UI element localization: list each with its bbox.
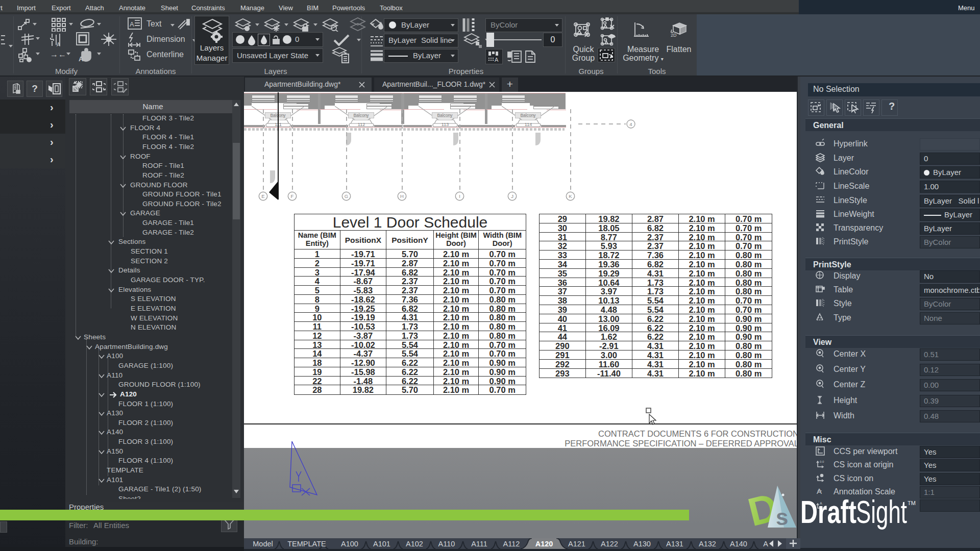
- svg-text:A132: A132: [699, 540, 716, 548]
- svg-text:A131: A131: [666, 540, 683, 548]
- svg-text:I: I: [459, 193, 460, 199]
- svg-text:F: F: [291, 193, 294, 199]
- svg-text:Sight: Sight: [856, 494, 907, 530]
- svg-text:G: G: [345, 193, 348, 199]
- svg-text:A100: A100: [341, 540, 358, 548]
- svg-text:A: A: [79, 55, 84, 62]
- svg-text:A: A: [763, 540, 768, 548]
- svg-text:A122: A122: [601, 540, 618, 548]
- svg-text:2D: 2D: [671, 33, 677, 38]
- svg-text:TM: TM: [908, 500, 916, 506]
- svg-text:A130: A130: [633, 540, 651, 548]
- svg-text:A101: A101: [373, 540, 390, 548]
- svg-text:A110: A110: [438, 540, 455, 548]
- svg-text:0.0: 0.0: [820, 460, 824, 463]
- svg-text:A140: A140: [730, 540, 747, 548]
- svg-text:Draft: Draft: [800, 494, 856, 530]
- svg-text:H: H: [400, 193, 404, 199]
- svg-text:Model: Model: [253, 540, 273, 548]
- svg-text:A: A: [495, 57, 499, 63]
- svg-text:A120: A120: [535, 540, 553, 548]
- svg-text:J: J: [511, 193, 513, 199]
- svg-text:A: A: [130, 20, 134, 28]
- svg-text:E: E: [261, 193, 264, 199]
- svg-text:113: 113: [442, 122, 449, 127]
- svg-text:A121: A121: [568, 540, 585, 548]
- svg-text:s: s: [776, 505, 788, 530]
- svg-text:K: K: [569, 193, 572, 199]
- svg-text:112: 112: [358, 122, 365, 127]
- svg-text:A111: A111: [471, 540, 487, 548]
- svg-text:A: A: [57, 42, 60, 47]
- svg-text:A102: A102: [406, 540, 423, 548]
- svg-text:TEMPLATE: TEMPLATE: [287, 540, 326, 548]
- svg-text:A112: A112: [503, 540, 520, 548]
- svg-text:4: 4: [629, 121, 632, 127]
- svg-text:114: 114: [525, 122, 532, 127]
